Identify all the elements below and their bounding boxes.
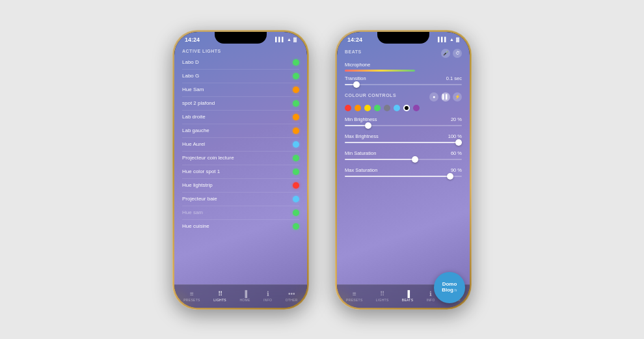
nav-item-presets[interactable]: ≡ PRESETS [183, 290, 200, 302]
microphone-bar [345, 70, 415, 72]
signal-icon: ▌▌▌ [438, 37, 448, 42]
nav-item-beats[interactable]: ▐ BEATS [402, 290, 414, 302]
slider-thumb[interactable] [455, 139, 462, 146]
min-saturation-row: Min Saturation 60 % [345, 150, 462, 156]
max-saturation-row: Max Saturation 90 % [345, 167, 462, 173]
nav-item-info[interactable]: ℹ INFO [263, 290, 272, 302]
color-dot-gray[interactable] [384, 105, 390, 111]
nav-label: INFO [263, 298, 272, 302]
colour-controls-header: COLOUR CONTROLS ● ▌▌ ⚡ [345, 92, 462, 102]
toggle-dot[interactable] [293, 73, 299, 79]
notch-2 [377, 32, 429, 44]
other-icon: ••• [288, 290, 295, 297]
list-item[interactable]: Lab gauche [182, 124, 299, 138]
phone-2: 14:24 ▌▌▌ ▲ ▓ BEATS 🎤 ⏱ [335, 30, 472, 310]
toggle-dot[interactable] [293, 87, 299, 93]
transition-value: 0.1 sec [446, 75, 462, 81]
light-name: Lab gauche [182, 128, 209, 133]
status-time-2: 14:24 [347, 36, 362, 43]
slider-track [345, 125, 462, 126]
list-item[interactable]: Hue lightstrip [182, 179, 299, 193]
nav-label: PRESETS [183, 298, 200, 302]
slider-fill [345, 176, 450, 177]
list-item[interactable]: Hue Aurel [182, 138, 299, 152]
list-item[interactable]: Hue color spot 1 [182, 165, 299, 179]
home-icon: ▐ [243, 290, 247, 297]
color-dot-lightblue[interactable] [394, 105, 400, 111]
color-dot-orange[interactable] [355, 105, 361, 111]
colour-toggle[interactable]: ● [429, 92, 438, 102]
min-brightness-row: Min Brightness 20 % [345, 116, 462, 122]
toggle-dot[interactable] [293, 114, 299, 120]
toggle-dot[interactable] [293, 141, 299, 148]
list-item[interactable]: Labo D [182, 56, 299, 70]
phone-1-screen: 14:24 ▌▌▌ ▲ ▓ ACTIVE LIGHTS Labo D [174, 32, 307, 308]
list-item[interactable]: Hue cuisine [182, 220, 299, 233]
light-name: Projecteur baie [182, 196, 217, 202]
nav-item-home[interactable]: ▐ HOME [239, 290, 250, 302]
slider-thumb[interactable] [412, 156, 418, 163]
nav-label: OTHER [286, 298, 298, 302]
microphone-button[interactable]: 🎤 [441, 49, 450, 58]
colour-bars[interactable]: ▌▌ [441, 92, 450, 102]
color-dot-green[interactable] [374, 105, 381, 111]
lights-icon: ⠿ [218, 290, 222, 297]
lights-icon-2: ⠿ [380, 290, 384, 297]
list-item[interactable]: Labo G [182, 70, 299, 83]
transition-slider[interactable] [345, 82, 462, 87]
list-item[interactable]: Projecteur coin lecture [182, 152, 299, 165]
timer-button[interactable]: ⏱ [453, 49, 462, 58]
min-brightness-slider[interactable] [345, 123, 462, 128]
toggle-dot[interactable] [293, 155, 299, 161]
list-item[interactable]: Hue Sam [182, 83, 299, 97]
beats-title: BEATS [345, 49, 362, 54]
presets-icon: ≡ [190, 290, 194, 297]
phones-wrapper: 14:24 ▌▌▌ ▲ ▓ ACTIVE LIGHTS Labo D [172, 30, 472, 310]
notch-1 [215, 32, 267, 44]
colour-flash[interactable]: ⚡ [453, 92, 462, 102]
min-saturation-slider[interactable] [345, 157, 462, 162]
slider-thumb[interactable] [365, 122, 371, 129]
phone-2-inner: 14:24 ▌▌▌ ▲ ▓ BEATS 🎤 ⏱ [337, 32, 470, 308]
light-name: Hue cuisine [182, 223, 209, 229]
list-item[interactable]: Lab droite [182, 111, 299, 124]
nav-label: LIGHTS [376, 298, 389, 302]
slider-track [345, 142, 462, 143]
slider-fill [345, 142, 462, 143]
slider-thumb[interactable] [447, 173, 453, 180]
nav-item-other[interactable]: ••• OTHER [286, 290, 298, 302]
nav-item-lights-2[interactable]: ⠿ LIGHTS [376, 290, 389, 302]
max-saturation-slider[interactable] [345, 174, 462, 179]
color-dot-red[interactable] [345, 105, 351, 111]
max-brightness-value: 100 % [448, 133, 462, 139]
phone-2-content: BEATS 🎤 ⏱ Microphone Transition [337, 46, 470, 284]
toggle-dot[interactable] [293, 59, 299, 66]
color-dots-row [345, 105, 462, 111]
toggle-dot[interactable] [293, 169, 299, 175]
toggle-dot[interactable] [293, 182, 299, 189]
nav-label: INFO [427, 298, 435, 302]
min-brightness-value: 20 % [451, 116, 462, 122]
color-dot-purple[interactable] [413, 105, 420, 111]
list-item[interactable]: spot 2 plafond [182, 97, 299, 111]
slider-thumb[interactable] [353, 81, 360, 88]
light-name: Hue Sam [182, 87, 204, 92]
list-item[interactable]: Hue sam [182, 206, 299, 220]
toggle-dot[interactable] [293, 128, 299, 134]
toggle-dot[interactable] [293, 196, 299, 202]
toggle-dot[interactable] [293, 100, 299, 107]
color-dot-black[interactable] [403, 105, 410, 111]
toggle-dot[interactable] [293, 210, 299, 216]
max-brightness-slider[interactable] [345, 140, 462, 145]
nav-item-lights[interactable]: ⠿ LIGHTS [213, 290, 226, 302]
toggle-dot[interactable] [293, 223, 299, 230]
transition-label: Transition [345, 75, 366, 81]
nav-item-presets-2[interactable]: ≡ PRESETS [346, 290, 362, 302]
list-item[interactable]: Projecteur baie [182, 193, 299, 206]
beats-header-icons: 🎤 ⏱ [441, 49, 462, 58]
nav-item-info-2[interactable]: ℹ INFO [427, 290, 435, 302]
color-dot-yellow[interactable] [364, 105, 371, 111]
slider-fill [345, 159, 415, 160]
signal-icon: ▌▌▌ [275, 37, 285, 42]
beats-nav-icon: ▐ [405, 290, 410, 297]
